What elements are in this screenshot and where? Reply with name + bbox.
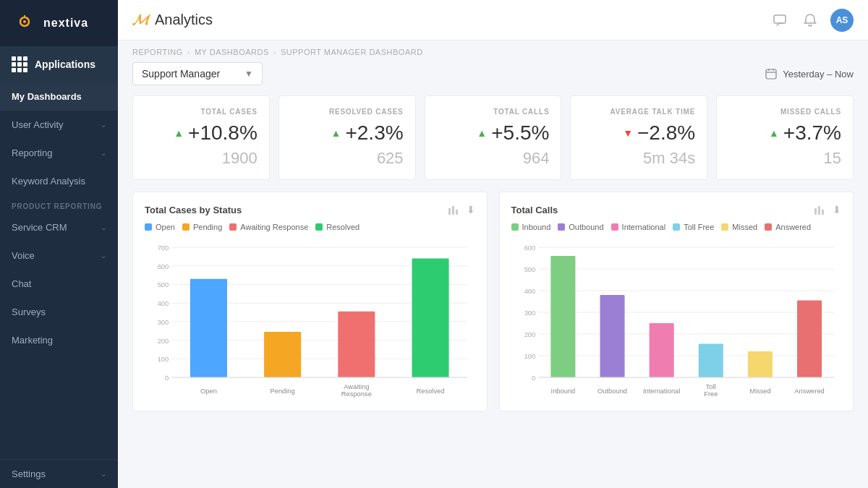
svg-text:300: 300 <box>524 309 535 317</box>
cases-bar-chart: 0100200300400500600700OpenPendingAwaitin… <box>145 240 475 399</box>
breadcrumb-reporting: REPORTING <box>132 48 183 56</box>
chat-icon[interactable] <box>770 10 790 30</box>
legend-pending: Pending <box>182 223 222 231</box>
bar-chart-icon <box>814 204 825 215</box>
legend-awaiting: Awaiting Response <box>229 223 308 231</box>
svg-text:500: 500 <box>524 266 535 273</box>
product-reporting-section-label: PRODUCT REPORTING <box>0 195 118 213</box>
legend-missed: Missed <box>721 223 757 231</box>
legend-international: International <box>611 223 666 231</box>
legend-resolved-dot <box>315 223 323 231</box>
sidebar-item-marketing[interactable]: Marketing <box>0 326 118 354</box>
legend-outbound-label: Outbound <box>569 223 603 231</box>
svg-text:Pending: Pending <box>271 388 295 395</box>
cases-chart-legend: Open Pending Awaiting Response Resolved <box>145 223 475 231</box>
svg-text:Missed: Missed <box>749 388 771 395</box>
sidebar-item-voice[interactable]: Voice ⌄ <box>0 241 118 270</box>
notifications-icon[interactable] <box>800 10 820 30</box>
legend-open: Open <box>145 223 175 231</box>
sidebar-item-surveys[interactable]: Surveys <box>0 298 118 326</box>
download-cases-icon[interactable]: ⬇ <box>467 204 475 215</box>
calls-bar-chart: 0100200300400500600InboundOutboundIntern… <box>511 240 842 399</box>
svg-text:Free: Free <box>704 390 718 398</box>
legend-toll-free-dot <box>673 223 680 231</box>
chevron-icon: ⌄ <box>101 149 106 157</box>
kpi-total-cases: TOTAL CASES ▲ +10.8% 1900 <box>132 95 270 180</box>
date-range-control[interactable]: Yesterday – Now <box>765 68 854 80</box>
arrow-up-icon: ▲ <box>769 127 779 139</box>
svg-text:Inbound: Inbound <box>550 388 575 395</box>
svg-text:Toll: Toll <box>705 383 715 390</box>
svg-rect-5 <box>766 69 776 79</box>
settings-nav-item[interactable]: Settings ⌄ <box>0 459 118 488</box>
topbar: 𝓜 Analytics AS <box>118 0 868 40</box>
svg-rect-30 <box>264 332 301 377</box>
svg-rect-10 <box>452 206 454 215</box>
chevron-icon: ⌄ <box>101 252 106 260</box>
svg-rect-9 <box>448 208 451 215</box>
arrow-up-icon: ▲ <box>331 127 341 139</box>
applications-label: Applications <box>35 59 95 70</box>
svg-text:100: 100 <box>158 356 169 363</box>
svg-text:400: 400 <box>158 300 169 307</box>
sidebar-item-my-dashboards[interactable]: My Dashboards <box>0 82 118 111</box>
sidebar-item-keyword-analysis[interactable]: Keyword Analysis <box>0 167 118 195</box>
breadcrumb-sep-1: › <box>187 48 190 56</box>
bar-chart-icon <box>448 204 459 215</box>
legend-resolved: Resolved <box>315 223 359 231</box>
svg-rect-57 <box>600 295 624 377</box>
svg-point-2 <box>23 20 26 23</box>
svg-text:Resolved: Resolved <box>417 388 445 395</box>
applications-nav[interactable]: Applications <box>0 46 118 82</box>
logo-area: nextiva <box>0 0 118 46</box>
apps-grid-icon <box>12 56 27 72</box>
legend-missed-dot <box>721 223 728 231</box>
svg-text:600: 600 <box>524 244 535 252</box>
calls-chart-legend: Inbound Outbound International Toll Free <box>511 223 842 231</box>
sidebar-item-chat[interactable]: Chat <box>0 270 118 298</box>
legend-inbound: Inbound <box>511 223 551 231</box>
legend-outbound-dot <box>558 223 565 231</box>
chart-cases-title: Total Cases by Status <box>145 205 242 215</box>
download-calls-icon[interactable]: ⬇ <box>833 204 841 215</box>
svg-text:500: 500 <box>158 282 169 289</box>
chevron-icon: ⌄ <box>101 223 106 231</box>
svg-text:600: 600 <box>158 263 169 270</box>
breadcrumb-sep-2: › <box>273 48 276 56</box>
svg-rect-35 <box>412 258 448 377</box>
legend-awaiting-label: Awaiting Response <box>240 223 308 231</box>
sidebar-item-user-activity[interactable]: User Activity ⌄ <box>0 111 118 139</box>
dashboard-controls: Support Manager ▼ Yesterday – Now <box>132 62 854 85</box>
svg-rect-38 <box>814 208 817 215</box>
legend-outbound: Outbound <box>558 223 603 231</box>
sidebar-item-reporting[interactable]: Reporting ⌄ <box>0 139 118 167</box>
svg-rect-55 <box>550 256 575 377</box>
sidebar: nextiva Applications My Dashboards User … <box>0 0 118 488</box>
user-avatar[interactable]: AS <box>830 9 854 32</box>
kpi-missed-calls: MISSED CALLS ▲ +3.7% 15 <box>716 95 854 180</box>
legend-awaiting-dot <box>229 223 237 231</box>
legend-answered: Answered <box>765 223 811 231</box>
legend-open-dot <box>145 223 152 231</box>
page-title: Analytics <box>155 12 213 28</box>
cases-chart-area: 0100200300400500600700OpenPendingAwaitin… <box>145 240 475 399</box>
kpi-avg-talk-time: AVERAGE TALK TIME ▼ −2.8% 5m 34s <box>570 95 707 180</box>
svg-rect-4 <box>774 15 786 23</box>
svg-rect-61 <box>698 344 723 378</box>
kpi-total-calls: TOTAL CALLS ▲ +5.5% 964 <box>425 95 562 180</box>
sidebar-item-service-crm[interactable]: Service CRM ⌄ <box>0 213 118 241</box>
analytics-logo-icon: 𝓜 <box>132 12 148 28</box>
legend-toll-free: Toll Free <box>673 223 714 231</box>
dashboard-dropdown[interactable]: Support Manager ▼ <box>132 62 263 85</box>
svg-rect-11 <box>456 210 458 215</box>
legend-pending-label: Pending <box>193 223 222 231</box>
chevron-down-icon: ⌄ <box>101 470 106 478</box>
svg-text:Response: Response <box>341 390 372 398</box>
calendar-icon <box>765 68 777 80</box>
svg-rect-40 <box>822 210 824 215</box>
svg-text:Awaiting: Awaiting <box>344 383 369 390</box>
chart-calls-header: Total Calls ⬇ <box>511 204 842 215</box>
dropdown-arrow-icon: ▼ <box>244 69 253 79</box>
logo-text: nextiva <box>43 17 88 30</box>
legend-inbound-label: Inbound <box>522 223 551 231</box>
